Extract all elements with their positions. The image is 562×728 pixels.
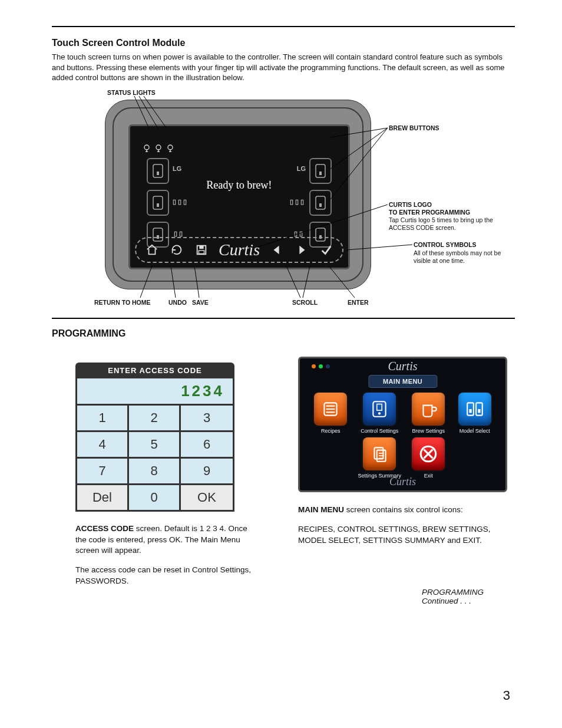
menu-item-exit[interactable]: Exit bbox=[409, 437, 447, 479]
key-3[interactable]: 3 bbox=[181, 404, 233, 430]
callout-status-lights: STATUS LIGHTS bbox=[107, 89, 156, 96]
menu-caption-2: RECIPES, CONTROL SETTINGS, BREW SETTINGS… bbox=[298, 523, 507, 546]
keypad-title: ENTER ACCESS CODE bbox=[75, 363, 234, 378]
led-green bbox=[319, 364, 323, 368]
callout-control-title: CONTROL SYMBOLS bbox=[414, 241, 477, 248]
svg-line-34 bbox=[140, 266, 152, 298]
keypad-caption-1: ACCESS CODE screen. Default is 1 2 3 4. … bbox=[75, 523, 252, 557]
svg-point-6 bbox=[168, 145, 173, 150]
section-body-1: The touch screen turns on when power is … bbox=[52, 52, 515, 83]
svg-line-39 bbox=[329, 266, 355, 298]
menu-title: MAIN MENU bbox=[368, 375, 437, 388]
svg-line-31 bbox=[330, 128, 388, 200]
menu-item-control[interactable]: Control Settings bbox=[358, 393, 401, 434]
callout-save: SAVE bbox=[192, 299, 209, 306]
svg-point-46 bbox=[378, 412, 381, 414]
menu-label-control: Control Settings bbox=[358, 428, 401, 434]
svg-rect-15 bbox=[316, 164, 325, 177]
svg-line-33 bbox=[346, 245, 412, 250]
callout-brew-buttons: BREW BUTTONS bbox=[389, 124, 439, 131]
callout-curtis-sub2: Tap Curtis logo 5 times to bring up the … bbox=[389, 216, 504, 232]
keypad-caption-strong: ACCESS CODE bbox=[75, 524, 134, 533]
menu-curtis-top: Curtis bbox=[388, 360, 417, 373]
key-0[interactable]: 0 bbox=[129, 483, 181, 510]
callout-scroll: SCROLL bbox=[292, 299, 318, 306]
brew-settings-icon bbox=[412, 393, 445, 426]
svg-line-29 bbox=[330, 128, 388, 137]
svg-rect-16 bbox=[319, 172, 322, 175]
recipes-icon bbox=[314, 393, 347, 426]
menu-item-model[interactable]: Model Select bbox=[456, 393, 494, 434]
key-5[interactable]: 5 bbox=[129, 430, 181, 457]
callout-curtis-title: CURTIS LOGO bbox=[389, 201, 432, 208]
callout-control-sub: All of these symbols may not be visible … bbox=[414, 249, 520, 265]
keypad-display: 1234 bbox=[75, 378, 234, 404]
main-menu-device-wrap: Curtis MAIN MENU Recipes Control Setting… bbox=[298, 357, 507, 555]
callout-enter: ENTER bbox=[348, 299, 369, 306]
status-light-2 bbox=[154, 144, 163, 153]
svg-rect-9 bbox=[153, 164, 163, 177]
svg-point-0 bbox=[144, 145, 149, 150]
touchscreen-illustration: LG ▯▯▯ ▯▯ LG ▯▯▯ ▯▯ Ready to brew! bbox=[52, 89, 520, 307]
main-menu-device: Curtis MAIN MENU Recipes Control Setting… bbox=[298, 357, 507, 492]
svg-line-37 bbox=[286, 266, 300, 298]
menu-item-recipes[interactable]: Recipes bbox=[312, 393, 349, 434]
key-2[interactable]: 2 bbox=[129, 404, 181, 430]
svg-rect-50 bbox=[478, 409, 480, 413]
svg-point-3 bbox=[156, 145, 161, 150]
status-light-3 bbox=[166, 144, 175, 153]
brew-btn-l2[interactable] bbox=[147, 190, 169, 216]
key-4[interactable]: 4 bbox=[77, 430, 129, 457]
svg-line-38 bbox=[303, 266, 310, 298]
menu-item-summary[interactable]: Settings Summary bbox=[358, 437, 401, 479]
menu-label-recipes: Recipes bbox=[312, 428, 349, 434]
svg-rect-49 bbox=[469, 409, 471, 413]
key-6[interactable]: 6 bbox=[181, 430, 233, 457]
key-7[interactable]: 7 bbox=[77, 457, 129, 483]
menu-caption-text1: screen contains six control icons: bbox=[344, 505, 463, 514]
menu-label-brew: Brew Settings bbox=[409, 428, 447, 434]
key-9[interactable]: 9 bbox=[181, 457, 233, 483]
menu-caption-1: MAIN MENU screen contains six control ic… bbox=[298, 504, 507, 516]
key-8[interactable]: 8 bbox=[129, 457, 181, 483]
svg-rect-45 bbox=[377, 404, 382, 410]
key-del[interactable]: Del bbox=[77, 483, 129, 510]
status-light-1 bbox=[142, 144, 151, 153]
settings-summary-icon bbox=[363, 437, 396, 470]
menu-curtis-bottom: Curtis bbox=[389, 476, 416, 488]
model-select-icon bbox=[458, 393, 491, 426]
menu-caption-strong: MAIN MENU bbox=[298, 505, 344, 514]
lg-label-l1: LG bbox=[173, 165, 181, 172]
led-orange bbox=[312, 364, 316, 368]
exit-icon bbox=[412, 437, 445, 470]
svg-line-36 bbox=[194, 266, 199, 298]
svg-rect-10 bbox=[157, 172, 159, 175]
continued-text: PROGRAMMING Continued . . . bbox=[422, 588, 515, 605]
svg-line-32 bbox=[258, 205, 388, 247]
svg-rect-12 bbox=[157, 203, 159, 207]
callout-curtis-sub1: TO ENTER PROGRAMMING bbox=[389, 209, 470, 216]
callout-return-home: RETURN TO HOME bbox=[94, 299, 150, 306]
control-settings-icon bbox=[363, 393, 396, 426]
key-ok[interactable]: OK bbox=[181, 483, 233, 510]
section-title-1: Touch Screen Control Module bbox=[52, 38, 515, 48]
section-title-2: PROGRAMMING bbox=[52, 328, 515, 339]
access-code-keypad: ENTER ACCESS CODE 1234 1 2 3 4 5 6 7 8 9… bbox=[75, 363, 234, 595]
callout-undo: UNDO bbox=[168, 299, 187, 306]
menu-label-model: Model Select bbox=[456, 428, 494, 434]
menu-item-brew[interactable]: Brew Settings bbox=[409, 393, 447, 434]
svg-rect-11 bbox=[153, 196, 163, 209]
page-number: 3 bbox=[503, 688, 510, 703]
sq-label-l2: ▯▯▯ bbox=[173, 198, 189, 206]
svg-line-30 bbox=[330, 128, 388, 169]
key-1[interactable]: 1 bbox=[77, 404, 129, 430]
ready-message: Ready to brew! bbox=[130, 179, 348, 192]
svg-line-35 bbox=[171, 266, 176, 298]
lg-label-r1: LG bbox=[297, 165, 306, 172]
keypad-caption-2: The access code can be reset in Control … bbox=[75, 565, 252, 587]
led-off bbox=[326, 364, 330, 368]
